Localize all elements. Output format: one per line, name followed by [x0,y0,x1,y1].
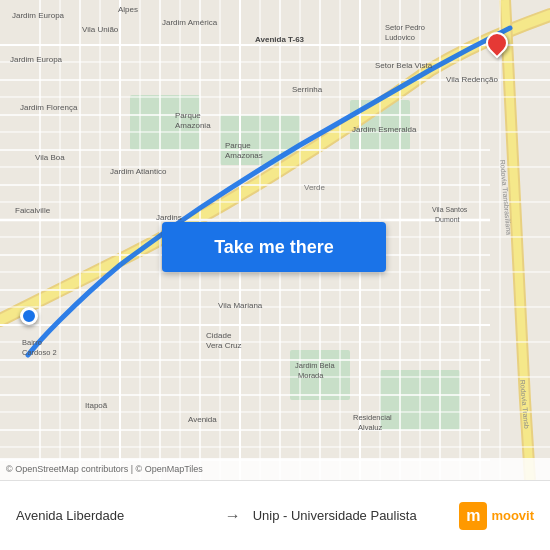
svg-text:Amazonia: Amazonia [175,121,211,130]
svg-text:Alvaluz: Alvaluz [358,423,382,432]
moovit-text: moovit [491,508,534,523]
bottom-bar: Avenida Liberdade → Unip - Universidade … [0,480,550,550]
destination-marker [486,32,508,60]
svg-text:Vila União: Vila União [82,25,119,34]
svg-text:Avenida: Avenida [188,415,217,424]
svg-text:Parque: Parque [175,111,201,120]
destination-pin [481,27,512,58]
svg-text:Vera Cruz: Vera Cruz [206,341,242,350]
svg-text:Jardins: Jardins [156,213,182,222]
svg-text:Cidade: Cidade [206,331,232,340]
svg-text:Jardim Bela: Jardim Bela [295,361,335,370]
svg-text:Dumont: Dumont [435,216,460,223]
svg-text:Jardim Europa: Jardim Europa [10,55,63,64]
svg-text:Amazonas: Amazonas [225,151,263,160]
map-container: Jardim Europa Alpes Vila União Jardim Am… [0,0,550,480]
svg-text:Setor Pedro: Setor Pedro [385,23,425,32]
svg-text:Vila Redenção: Vila Redenção [446,75,498,84]
copyright-bar: © OpenStreetMap contributors | © OpenMap… [0,458,550,480]
svg-text:Jardim Esmeralda: Jardim Esmeralda [352,125,417,134]
svg-text:Itapoã: Itapoã [85,401,108,410]
svg-text:Vila Santos: Vila Santos [432,206,468,213]
svg-text:Parque: Parque [225,141,251,150]
svg-text:Setor Bela Vista: Setor Bela Vista [375,61,433,70]
svg-text:Cardoso 2: Cardoso 2 [22,348,57,357]
svg-text:Verde: Verde [304,183,325,192]
svg-text:Vila Mariana: Vila Mariana [218,301,263,310]
svg-text:Bairro: Bairro [22,338,42,347]
svg-text:Residencial: Residencial [353,413,392,422]
svg-text:Faicalville: Faicalville [15,206,51,215]
moovit-logo: m moovit [459,502,534,530]
take-me-there-button[interactable]: Take me there [162,222,386,272]
svg-text:Jardim América: Jardim América [162,18,218,27]
destination-label: Unip - Universidade Paulista [253,508,450,523]
arrow-icon: → [225,507,241,525]
svg-text:Alpes: Alpes [118,5,138,14]
svg-text:Jardim Europa: Jardim Europa [12,11,65,20]
svg-text:Ludovico: Ludovico [385,33,415,42]
svg-text:Vila Boa: Vila Boa [35,153,65,162]
origin-marker [20,307,38,325]
svg-text:Morada: Morada [298,371,324,380]
origin-label: Avenida Liberdade [16,508,213,523]
svg-text:Jardim Florença: Jardim Florença [20,103,78,112]
attribution-text: © OpenStreetMap contributors | © OpenMap… [6,464,203,474]
svg-text:Serrinha: Serrinha [292,85,323,94]
svg-text:Jardim Atlantico: Jardim Atlantico [110,167,167,176]
moovit-m-badge: m [459,502,487,530]
svg-text:Avenida T-63: Avenida T-63 [255,35,305,44]
